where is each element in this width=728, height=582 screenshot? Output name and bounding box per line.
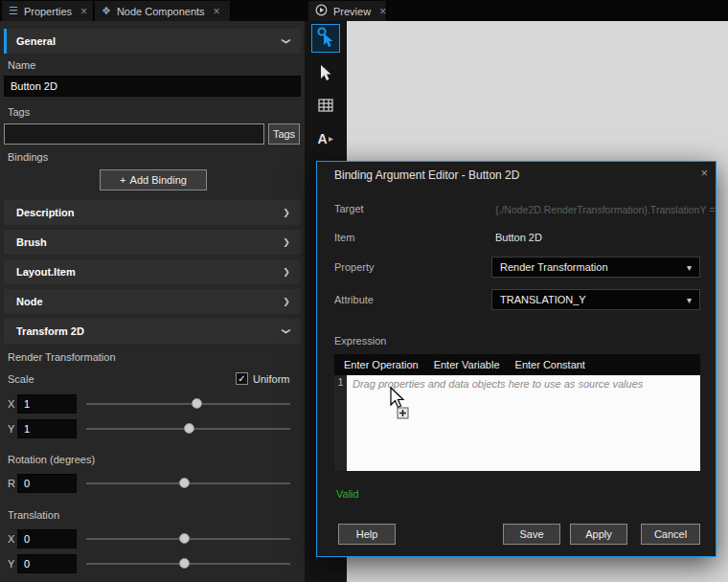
rotation-r-input[interactable]	[17, 474, 77, 493]
rotation-r-slider[interactable]	[86, 474, 290, 493]
section-transform-2d-label: Transform 2D	[16, 325, 84, 337]
tags-label: Tags	[8, 106, 30, 118]
item-value: Button 2D	[495, 232, 542, 243]
binding-argument-editor-dialog: Binding Argument Editor - Button 2D × Ta…	[316, 161, 717, 557]
section-general[interactable]: General ❯	[4, 29, 301, 54]
rotation-r-axis-label: R	[8, 478, 15, 489]
section-description-label: Description	[16, 207, 75, 218]
slider-handle[interactable]	[192, 398, 202, 409]
scale-label: Scale	[8, 373, 34, 385]
chevron-right-icon: ❯	[282, 297, 291, 306]
bindings-label: Bindings	[8, 151, 48, 163]
chevron-right-icon: ❯	[282, 237, 291, 247]
tab-properties-label: Properties	[24, 6, 72, 17]
close-icon[interactable]: ×	[379, 5, 386, 18]
translation-y-axis-label: Y	[8, 558, 14, 570]
plus-icon: +	[120, 174, 125, 186]
check-icon: ✓	[238, 373, 245, 384]
properties-icon: ☰	[9, 5, 18, 17]
select-tool-button[interactable]	[311, 59, 340, 88]
expression-label: Expression	[334, 335, 386, 347]
close-icon[interactable]: ×	[214, 5, 220, 18]
tab-node-components-label: Node Components	[117, 6, 205, 17]
tab-preview-label: Preview	[333, 6, 371, 17]
section-brush-label: Brush	[16, 236, 47, 248]
translation-x-slider[interactable]	[86, 529, 290, 548]
interact-tool-button[interactable]	[311, 24, 340, 53]
app-window: ☰ Properties × ❖ Node Components × Previ…	[0, 0, 728, 582]
slider-handle[interactable]	[179, 478, 190, 488]
slider-handle[interactable]	[179, 558, 190, 569]
chevron-down-icon: ❯	[282, 36, 291, 46]
uniform-checkbox[interactable]: ✓	[236, 372, 248, 385]
arrow-cursor-icon	[319, 64, 332, 83]
cancel-button[interactable]: Cancel	[641, 524, 700, 545]
section-node[interactable]: Node ❯	[4, 289, 301, 314]
dialog-title: Binding Argument Editor - Button 2D	[334, 168, 519, 182]
text-tool-icon: A	[317, 131, 327, 146]
line-number: 1	[334, 375, 347, 471]
scale-y-axis-label: Y	[8, 423, 14, 435]
property-label: Property	[334, 261, 375, 273]
chevron-down-icon: ▾	[687, 262, 692, 273]
target-label: Target	[334, 203, 364, 214]
scale-y-input[interactable]	[17, 419, 77, 438]
slider-handle[interactable]	[184, 423, 194, 434]
tab-bar: ☰ Properties × ❖ Node Components × Previ…	[0, 0, 728, 21]
translation-x-input[interactable]	[17, 529, 77, 548]
target-value: {./Node2D.RenderTransformation}.Translat…	[495, 204, 715, 215]
scale-x-input[interactable]	[17, 394, 77, 414]
expression-editor: 1 Drag properties and data objects here …	[334, 375, 700, 471]
enter-variable-button[interactable]: Enter Variable	[434, 359, 500, 370]
expression-toolbar: Enter Operation Enter Variable Enter Con…	[334, 354, 700, 375]
translation-x-axis-label: X	[8, 533, 14, 545]
property-dropdown-value: Render Transformation	[500, 261, 608, 273]
attribute-label: Attribute	[334, 294, 374, 305]
close-icon[interactable]: ×	[700, 166, 708, 180]
section-node-label: Node	[16, 296, 43, 307]
scale-y-slider[interactable]	[86, 419, 290, 438]
property-dropdown[interactable]: Render Transformation ▾	[491, 257, 700, 278]
attribute-dropdown-value: TRANSLATION_Y	[500, 294, 586, 305]
apply-button[interactable]: Apply	[570, 524, 627, 545]
attribute-dropdown[interactable]: TRANSLATION_Y ▾	[491, 289, 700, 310]
translation-y-input[interactable]	[17, 554, 77, 573]
uniform-label: Uniform	[253, 373, 290, 385]
save-button[interactable]: Save	[503, 524, 560, 545]
tab-preview[interactable]: Preview ×	[308, 1, 387, 21]
tab-node-components[interactable]: ❖ Node Components ×	[95, 1, 231, 21]
slider-track	[86, 403, 290, 405]
section-brush[interactable]: Brush ❯	[4, 230, 301, 255]
enter-constant-button[interactable]: Enter Constant	[515, 359, 585, 370]
render-transformation-label: Render Transformation	[8, 351, 116, 363]
enter-operation-button[interactable]: Enter Operation	[344, 359, 419, 370]
grid-tool-button[interactable]	[311, 92, 340, 121]
section-layout-item[interactable]: Layout.Item ❯	[4, 259, 301, 284]
section-transform-2d[interactable]: Transform 2D ❯	[4, 319, 301, 344]
help-button[interactable]: Help	[338, 524, 396, 545]
name-label: Name	[8, 59, 35, 71]
play-circle-icon	[315, 4, 328, 18]
grid-icon	[318, 99, 333, 114]
slider-handle[interactable]	[179, 533, 190, 544]
scale-x-axis-label: X	[8, 398, 14, 410]
tags-button[interactable]: Tags	[268, 123, 300, 145]
translation-y-slider[interactable]	[86, 554, 290, 573]
component-icon: ❖	[102, 5, 111, 17]
status-badge: Valid	[336, 488, 359, 500]
chevron-down-icon: ▾	[687, 295, 692, 305]
section-description[interactable]: Description ❯	[4, 200, 301, 225]
tab-properties[interactable]: ☰ Properties ×	[2, 1, 94, 21]
tags-input[interactable]	[4, 123, 264, 145]
section-layout-item-label: Layout.Item	[16, 266, 76, 278]
properties-panel: General ❯ Name Tags Tags Bindings + Add …	[0, 21, 305, 582]
add-binding-button[interactable]: + Add Binding	[100, 169, 207, 190]
name-input[interactable]	[4, 76, 301, 97]
text-tool-button[interactable]: A	[311, 124, 340, 153]
add-binding-label: Add Binding	[130, 174, 187, 186]
rotation-label: Rotation (degrees)	[8, 454, 95, 465]
pick-cursor-icon	[316, 27, 335, 50]
expression-input[interactable]: Drag properties and data objects here to…	[347, 375, 700, 471]
close-icon[interactable]: ×	[80, 5, 87, 18]
scale-x-slider[interactable]	[86, 394, 290, 414]
